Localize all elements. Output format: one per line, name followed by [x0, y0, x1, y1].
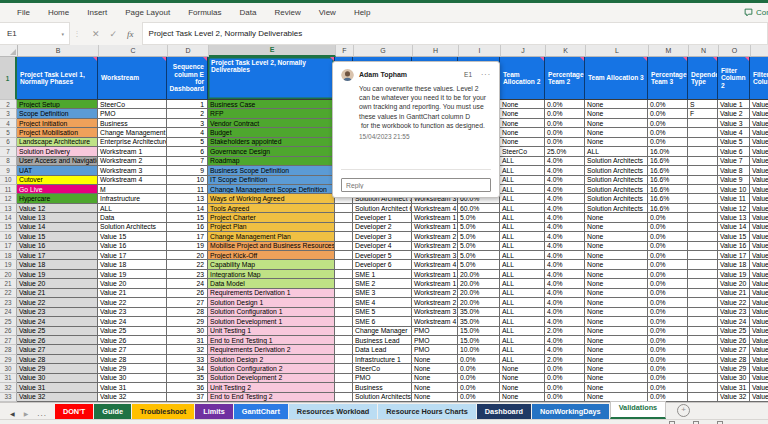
cell-N31[interactable]	[688, 374, 718, 383]
cell-J5[interactable]: None	[500, 128, 545, 137]
cell-L19[interactable]: None	[585, 260, 648, 269]
cell-M23[interactable]: 0.0%	[648, 298, 688, 307]
cell-J26[interactable]: ALL	[500, 327, 545, 336]
cell-H15[interactable]: Workstream 1	[412, 223, 458, 232]
ribbon-tab-home[interactable]: Home	[39, 4, 78, 22]
ribbon-tab-page-layout[interactable]: Page Layout	[116, 4, 179, 22]
cell-I13[interactable]: 60.0%	[458, 204, 500, 213]
cell-I21[interactable]: 20.0%	[458, 279, 500, 288]
cell-L12[interactable]: Solution Architects	[585, 194, 648, 203]
cell-E15[interactable]: Project Plan	[208, 223, 335, 232]
cell-G13[interactable]: Solution Architect 6	[353, 204, 412, 213]
name-box[interactable]: E1 ▾	[0, 22, 70, 45]
cell-M13[interactable]: 16.6%	[648, 204, 688, 213]
row-header-31[interactable]: 31	[0, 374, 17, 383]
cell-N17[interactable]	[688, 242, 718, 251]
cell-C20[interactable]: Value 19	[98, 270, 167, 279]
cell-O20[interactable]: Value 19	[718, 270, 750, 279]
cell-M16[interactable]: 0.0%	[648, 232, 688, 241]
cell-P18[interactable]: Value 17	[750, 251, 768, 260]
cell-P17[interactable]: Value 16	[750, 242, 768, 251]
cell-J20[interactable]: ALL	[500, 270, 545, 279]
add-sheet-button[interactable]: +	[677, 404, 690, 417]
cell-N8[interactable]	[688, 157, 718, 166]
cell-J2[interactable]: None	[500, 100, 545, 109]
row-header-27[interactable]: 27	[0, 336, 17, 345]
cell-B25[interactable]: Value 24	[17, 317, 98, 326]
cell-M8[interactable]: 16.6%	[648, 157, 688, 166]
cell-F22[interactable]	[335, 289, 353, 298]
cell-F29[interactable]	[335, 355, 353, 364]
cell-H26[interactable]: PMO	[412, 327, 458, 336]
cell-E16[interactable]: Change Management Plan	[208, 232, 335, 241]
cell-F32[interactable]	[335, 383, 353, 392]
cell-C22[interactable]: Value 21	[98, 289, 167, 298]
cell-N33[interactable]	[688, 393, 718, 402]
column-header-I[interactable]: I	[459, 45, 501, 57]
cell-O27[interactable]: Value 26	[718, 336, 750, 345]
cell-O8[interactable]: Value 7	[718, 157, 750, 166]
cell-D24[interactable]: 28	[167, 308, 208, 317]
cell-B9[interactable]: UAT	[17, 166, 98, 175]
cell-N5[interactable]	[688, 128, 718, 137]
row-header-18[interactable]: 18	[0, 251, 17, 260]
cell-M21[interactable]: 0.0%	[648, 279, 688, 288]
cell-D2[interactable]: 1	[167, 100, 208, 109]
cell-J31[interactable]: None	[500, 374, 545, 383]
cell-J15[interactable]: ALL	[500, 223, 545, 232]
cell-O22[interactable]: Value 21	[718, 289, 750, 298]
cell-O29[interactable]: Value 28	[718, 355, 750, 364]
cell-G29[interactable]: Infrastructure 1	[353, 355, 412, 364]
cell-J3[interactable]: None	[500, 109, 545, 118]
cell-O17[interactable]: Value 16	[718, 242, 750, 251]
cell-P8[interactable]: Value 7	[750, 157, 768, 166]
cell-P10[interactable]: Value 9	[750, 176, 768, 185]
comment-reply-input[interactable]	[341, 178, 491, 192]
cell-N25[interactable]	[688, 317, 718, 326]
cell-H30[interactable]: None	[412, 364, 458, 373]
cell-E25[interactable]: Solution Development 1	[208, 317, 335, 326]
cell-C10[interactable]: Workstream 4	[98, 176, 167, 185]
cell-L13[interactable]: Solution Architects	[585, 204, 648, 213]
cell-F20[interactable]	[335, 270, 353, 279]
cell-O24[interactable]: Value 23	[718, 308, 750, 317]
cell-B15[interactable]: Value 14	[17, 223, 98, 232]
cell-M9[interactable]: 16.6%	[648, 166, 688, 175]
sheet-tab-don-t[interactable]: DON'T	[55, 404, 93, 419]
cell-H31[interactable]: None	[412, 374, 458, 383]
cell-M12[interactable]: 16.6%	[648, 194, 688, 203]
cell-P22[interactable]: Value 21	[750, 289, 768, 298]
cell-B30[interactable]: Value 29	[17, 364, 98, 373]
cell-E22[interactable]: Requirements Derivation 1	[208, 289, 335, 298]
cell-H27[interactable]: PMO	[412, 336, 458, 345]
cell-O5[interactable]: Value 4	[718, 128, 750, 137]
column-header-J[interactable]: J	[501, 45, 546, 57]
cell-C17[interactable]: Value 16	[98, 242, 167, 251]
cell-O4[interactable]: Value 3	[718, 119, 750, 128]
cell-L31[interactable]: None	[585, 374, 648, 383]
row-header-33[interactable]: 33	[0, 393, 17, 402]
cell-B3[interactable]: Scope Definition	[17, 109, 98, 118]
cell-K1[interactable]: Percentage Team 2	[545, 57, 585, 100]
cell-K31[interactable]: 0.0%	[545, 374, 585, 383]
row-header-30[interactable]: 30	[0, 364, 17, 373]
cell-O25[interactable]: Value 24	[718, 317, 750, 326]
ribbon-tab-data[interactable]: Data	[231, 4, 266, 22]
cell-P15[interactable]: Value 14	[750, 223, 768, 232]
row-header-9[interactable]: 9	[0, 166, 17, 175]
cell-B6[interactable]: Landscape Architecture	[17, 138, 98, 147]
cell-D7[interactable]: 6	[167, 147, 208, 156]
cell-D32[interactable]: 36	[167, 383, 208, 392]
cell-E10[interactable]: IT Scope Definition	[208, 176, 335, 185]
cell-G15[interactable]: Developer 2	[353, 223, 412, 232]
cell-E2[interactable]: Business Case	[208, 100, 335, 109]
cell-D5[interactable]: 4	[167, 128, 208, 137]
cell-I23[interactable]: 20.0%	[458, 298, 500, 307]
cell-L24[interactable]: None	[585, 308, 648, 317]
cell-O13[interactable]: Value 12	[718, 204, 750, 213]
cell-C5[interactable]: Change Management	[98, 128, 167, 137]
row-header-2[interactable]: 2	[0, 100, 17, 109]
cell-O28[interactable]: Value 27	[718, 345, 750, 354]
cell-F26[interactable]	[335, 327, 353, 336]
cell-P13[interactable]: Value 12	[750, 204, 768, 213]
